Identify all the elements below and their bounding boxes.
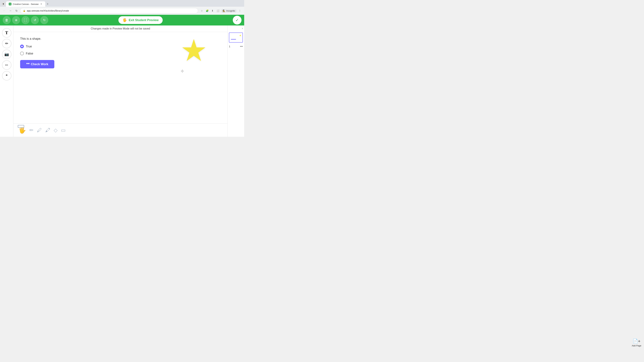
browser-tab[interactable]: S Creative Canvas - Seesaw ✕ — [6, 1, 45, 7]
forward-btn[interactable]: → — [8, 8, 13, 13]
tab-favicon: S — [9, 3, 12, 5]
text-tool-btn[interactable]: T — [2, 28, 12, 37]
move-cursor-icon: ⊹ — [181, 69, 184, 73]
hand-selector-box — [18, 125, 24, 128]
option-false-label: False — [26, 52, 33, 55]
bottom-toolbar: 🖐 ✏ 🖊 🖍 ◇ ▭ — [14, 123, 228, 137]
toolbar-center: 🖐 Exit Student Preview — [48, 16, 233, 24]
highlighter-icon: 🖍 — [45, 127, 50, 133]
right-panel-toggle: › — [228, 25, 244, 31]
preview-notice: Changes made in Preview Mode will not be… — [14, 25, 228, 32]
toolbar-left: 🗑 ⊕ ⛶ ↺ ↻ — [3, 16, 48, 24]
radio-false[interactable] — [20, 52, 24, 55]
split-btn[interactable]: ⬜ — [216, 8, 220, 13]
lock-icon: 🔒 — [23, 9, 26, 12]
eraser-tool-btn[interactable]: ◇ — [54, 127, 58, 133]
stamp-icon: ▭ — [61, 127, 66, 133]
check-work-label: Check Work — [31, 62, 48, 66]
quote-tool-btn[interactable]: ❝ — [2, 71, 12, 80]
refresh-btn[interactable]: ↻ — [14, 8, 19, 13]
incognito-label: Incognito — [226, 9, 235, 12]
main-area: T ✏ 📷 ••• ❝ Changes made in Preview Mode… — [0, 25, 244, 137]
fullscreen-btn[interactable]: ⛶ — [22, 16, 30, 24]
marker-icon: 🖊 — [37, 127, 42, 133]
stamp-tool-btn[interactable]: ▭ — [61, 127, 66, 133]
tab-group-btn[interactable]: ▼ — [1, 2, 5, 6]
right-panel: › ★ 1 ••• — [228, 25, 244, 137]
exit-preview-label: Exit Student Preview — [129, 18, 158, 22]
page-number: 1 — [229, 45, 230, 48]
undo-btn[interactable]: ↺ — [31, 16, 39, 24]
preview-notice-text: Changes made in Preview Mode will not be… — [91, 27, 150, 30]
star-shape: ★ — [180, 35, 207, 65]
check-work-icon: ❝❝ — [26, 62, 30, 66]
option-true-label: True — [26, 45, 32, 48]
pen-tool-btn[interactable]: ✏ — [2, 39, 12, 48]
page-controls: 1 ••• — [228, 44, 244, 49]
zoom-in-btn[interactable]: ⊕ — [12, 16, 20, 24]
thumb-line — [231, 39, 236, 39]
marker-tool-btn[interactable]: 🖊 — [37, 127, 42, 133]
menu-btn[interactable]: ⋮ — [238, 8, 242, 13]
browser-nav: ← → ↻ 🔒 app.seesaw.me/#/activities/libra… — [0, 7, 244, 15]
bookmark-btn[interactable]: ☆ — [200, 8, 204, 13]
radio-true[interactable] — [20, 44, 24, 48]
tab-close-btn[interactable]: ✕ — [40, 3, 42, 5]
page-options-btn[interactable]: ••• — [240, 45, 243, 48]
eraser-icon: ◇ — [54, 127, 58, 133]
address-text: app.seesaw.me/#/activities/library/creat… — [27, 9, 69, 12]
browser-tab-bar: ▼ S Creative Canvas - Seesaw ✕ + — [0, 0, 244, 7]
new-tab-btn[interactable]: + — [45, 2, 50, 6]
more-tools-btn[interactable]: ••• — [2, 60, 12, 70]
thumb-star-icon: ★ — [239, 34, 242, 37]
canvas-column: Changes made in Preview Mode will not be… — [14, 25, 228, 137]
seesaw-toolbar: 🗑 ⊕ ⛶ ↺ ↻ 🖐 Exit Student Preview ✓ — [0, 15, 244, 25]
incognito-icon: 🕵 — [222, 9, 225, 12]
thumbnail-box[interactable]: ★ — [229, 32, 243, 42]
extensions-btn[interactable]: 🧩 — [205, 8, 210, 13]
submit-checkmark-btn[interactable]: ✓ — [233, 16, 242, 24]
pencil-tool-btn[interactable]: ✏ — [29, 127, 34, 133]
exit-preview-btn[interactable]: 🖐 Exit Student Preview — [118, 16, 162, 24]
panel-toggle-btn[interactable]: › — [242, 27, 243, 30]
redo-btn[interactable]: ↻ — [40, 16, 48, 24]
hand-tool-btn[interactable]: 🖐 — [18, 127, 26, 134]
activity-content: This is a shape. True False ❝❝ Check Wor… — [14, 32, 228, 123]
yellow-star-icon: ★ — [180, 35, 207, 65]
camera-tool-btn[interactable]: 📷 — [2, 50, 12, 59]
back-btn[interactable]: ← — [2, 8, 7, 13]
toolbar-right: ✓ — [233, 16, 242, 24]
page-thumbnail: ★ — [228, 31, 244, 44]
tab-title: Creative Canvas - Seesaw — [13, 3, 38, 5]
check-work-btn[interactable]: ❝❝ Check Work — [20, 60, 54, 68]
pencil-icon: ✏ — [29, 127, 34, 133]
download-btn[interactable]: ⬇ — [210, 8, 215, 13]
exit-icon: 🖐 — [122, 18, 127, 22]
delete-btn[interactable]: 🗑 — [3, 16, 11, 24]
hand-icon: 🖐 — [18, 127, 26, 134]
highlighter-tool-btn[interactable]: 🖍 — [45, 127, 50, 133]
address-bar[interactable]: 🔒 app.seesaw.me/#/activities/library/cre… — [20, 8, 198, 13]
incognito-indicator: 🕵 Incognito — [221, 9, 237, 13]
nav-actions: ☆ 🧩 ⬇ ⬜ 🕵 Incognito ⋮ — [200, 8, 242, 13]
left-sidebar: T ✏ 📷 ••• ❝ — [0, 25, 14, 137]
